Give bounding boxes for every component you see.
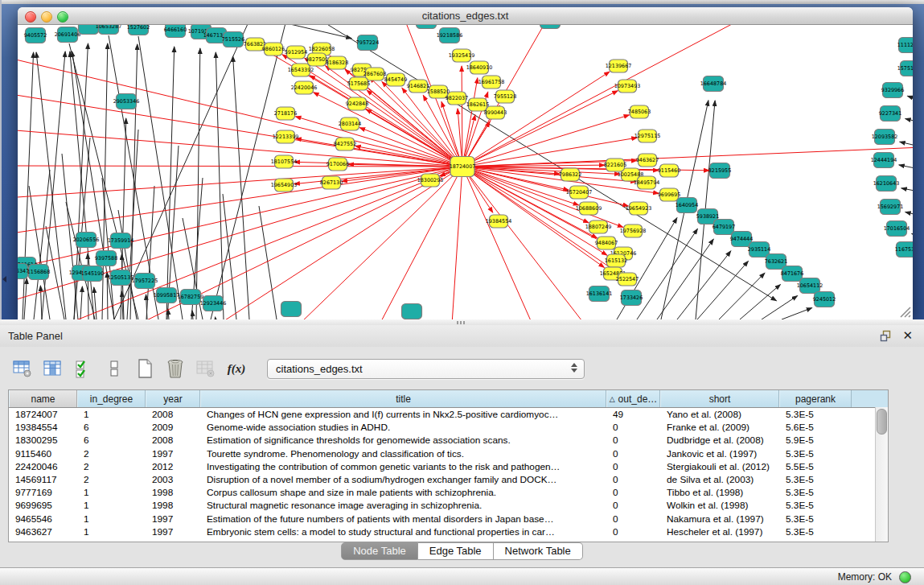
table-cell[interactable]: 1 bbox=[77, 487, 146, 498]
table-cell[interactable]: 5.3E-5 bbox=[779, 526, 852, 538]
graph-edge[interactable] bbox=[196, 48, 200, 319]
table-row[interactable]: 977716911998Corpus callosum shape and si… bbox=[9, 486, 888, 499]
table-cell[interactable]: 9465546 bbox=[9, 513, 77, 525]
table-cell[interactable]: Investigating the contribution of common… bbox=[200, 461, 606, 472]
table-cell[interactable]: 5.9E-5 bbox=[779, 435, 852, 446]
table-cell[interactable]: 9463627 bbox=[9, 526, 77, 538]
close-panel-icon[interactable]: ✕ bbox=[902, 328, 913, 343]
table-cell[interactable]: 2 bbox=[77, 474, 146, 485]
table-cell[interactable]: 9115460 bbox=[9, 448, 77, 459]
graph-node[interactable] bbox=[417, 25, 437, 29]
graph-edge[interactable] bbox=[88, 253, 88, 319]
table-cell[interactable]: Tourette syndrome. Phenomenology and cla… bbox=[200, 448, 606, 459]
table-scrollbar[interactable] bbox=[875, 407, 888, 542]
graph-edge[interactable] bbox=[211, 25, 287, 319]
table-cell[interactable]: Estimation of significance thresholds fo… bbox=[200, 435, 606, 446]
table-settings-icon[interactable] bbox=[11, 357, 34, 380]
table-cell[interactable]: Changes of HCN gene expression and I(f) … bbox=[200, 409, 606, 420]
graph-edge[interactable] bbox=[366, 109, 462, 167]
table-cell[interactable]: de Silva et al. (2003) bbox=[660, 474, 779, 485]
graph-edge[interactable] bbox=[94, 287, 97, 319]
graph-edge[interactable] bbox=[146, 186, 154, 319]
table-cell[interactable]: 0 bbox=[606, 461, 660, 472]
memory-status-led-icon[interactable] bbox=[899, 571, 911, 583]
network-graph[interactable]: 9405572206914061065328715276026466160107… bbox=[18, 25, 913, 319]
table-cell[interactable]: 6 bbox=[77, 422, 146, 433]
tab-node-table[interactable]: Node Table bbox=[341, 542, 418, 560]
table-cell[interactable]: 2 bbox=[77, 448, 146, 459]
tab-edge-table[interactable]: Edge Table bbox=[418, 542, 494, 560]
table-row[interactable]: 946362711997Embryonic stem cells: a mode… bbox=[9, 525, 888, 538]
tab-network-table[interactable]: Network Table bbox=[494, 542, 583, 560]
table-cell[interactable]: 1 bbox=[77, 409, 146, 420]
table-cell[interactable]: 2003 bbox=[146, 474, 200, 485]
graph-edge[interactable] bbox=[697, 262, 748, 319]
window-titlebar[interactable]: citations_edges.txt bbox=[18, 7, 913, 25]
table-cell[interactable]: 18724007 bbox=[9, 409, 77, 420]
table-cell[interactable]: Tibbo et al. (1998) bbox=[660, 487, 779, 498]
table-cell[interactable]: 2 bbox=[77, 461, 146, 472]
table-cell[interactable]: 9699695 bbox=[9, 500, 77, 511]
graph-edge[interactable] bbox=[80, 286, 82, 319]
table-cell[interactable]: Nakamura et al. (1997) bbox=[660, 513, 779, 525]
table-cell[interactable]: 18300295 bbox=[9, 435, 77, 446]
graph-edge[interactable] bbox=[380, 167, 462, 319]
graph-edge[interactable] bbox=[34, 170, 50, 319]
table-cell[interactable]: Stergiakouli et al. (2012) bbox=[660, 461, 779, 472]
table-cell[interactable]: 0 bbox=[606, 487, 660, 498]
panel-divider[interactable] bbox=[0, 319, 924, 325]
table-cell[interactable]: Franke et al. (2009) bbox=[660, 422, 779, 433]
graph-edge[interactable] bbox=[762, 296, 798, 319]
table-cell[interactable]: Dudbridge et al. (2008) bbox=[660, 435, 779, 446]
table-cell[interactable]: 0 bbox=[606, 513, 660, 525]
new-document-icon[interactable] bbox=[133, 357, 156, 380]
table-cell[interactable]: 2009 bbox=[146, 422, 200, 433]
table-row[interactable]: 1938455462009Genome-wide association stu… bbox=[9, 421, 888, 434]
table-selector-dropdown[interactable]: citations_edges.txt bbox=[267, 359, 585, 379]
table-cell[interactable]: Embryonic stem cells: a model to study s… bbox=[200, 526, 606, 538]
graph-edge[interactable] bbox=[740, 285, 780, 319]
graph-edge[interactable] bbox=[121, 118, 126, 319]
table-row[interactable]: 969969511998Structural magnetic resonanc… bbox=[9, 499, 888, 512]
table-cell[interactable]: 1 bbox=[77, 500, 146, 511]
table-cell[interactable]: 1 bbox=[77, 513, 146, 525]
select-all-icon[interactable] bbox=[72, 357, 95, 380]
column-header-year[interactable]: year bbox=[146, 390, 200, 407]
table-cell[interactable]: 0 bbox=[606, 500, 660, 511]
table-cell[interactable]: 22420046 bbox=[9, 461, 77, 472]
graph-node[interactable] bbox=[402, 304, 422, 319]
column-header-title[interactable]: title bbox=[200, 390, 606, 407]
column-header-name[interactable]: name bbox=[9, 390, 77, 407]
table-cell[interactable]: 1 bbox=[77, 526, 146, 538]
network-view-window[interactable]: citations_edges.txt 94055722069140610653… bbox=[18, 7, 913, 319]
graph-edge[interactable] bbox=[40, 286, 42, 319]
graph-edge[interactable] bbox=[18, 130, 462, 167]
window-resize-grip[interactable] bbox=[898, 305, 911, 318]
table-cell[interactable]: 49 bbox=[606, 409, 660, 420]
graph-edge[interactable] bbox=[29, 186, 50, 319]
graph-edge[interactable] bbox=[168, 309, 169, 319]
graph-edge[interactable] bbox=[782, 308, 812, 319]
column-header-in_degree[interactable]: in_degree bbox=[77, 390, 146, 407]
graph-edge[interactable] bbox=[462, 66, 462, 167]
table-row[interactable]: 946554611997Estimation of the future num… bbox=[9, 513, 888, 525]
table-cell[interactable]: 14569117 bbox=[9, 474, 77, 485]
table-cell[interactable]: 5.6E-5 bbox=[779, 422, 852, 433]
graph-edge[interactable] bbox=[259, 25, 351, 39]
graph-edge[interactable] bbox=[677, 251, 731, 319]
table-scrollbar-thumb[interactable] bbox=[877, 409, 887, 435]
table-cell[interactable]: 0 bbox=[606, 526, 660, 538]
delete-row-trash-icon[interactable] bbox=[164, 357, 187, 380]
graph-edge[interactable] bbox=[192, 311, 193, 319]
table-cell[interactable]: 0 bbox=[606, 448, 660, 459]
table-cell[interactable]: 1997 bbox=[146, 526, 200, 538]
table-row[interactable]: 1456911722003Disruption of a novel membe… bbox=[9, 473, 888, 486]
graph-edge[interactable] bbox=[900, 142, 913, 147]
graph-node[interactable] bbox=[540, 25, 561, 29]
table-cell[interactable]: 5.3E-5 bbox=[779, 513, 852, 525]
clear-selection-icon[interactable] bbox=[103, 357, 125, 380]
graph-edge[interactable] bbox=[906, 212, 913, 216]
divider-grip-icon[interactable] bbox=[457, 321, 466, 324]
table-cell[interactable]: Jankovic et al. (1997) bbox=[660, 448, 779, 459]
table-row[interactable]: 911546021997Tourette syndrome. Phenomeno… bbox=[9, 447, 888, 460]
